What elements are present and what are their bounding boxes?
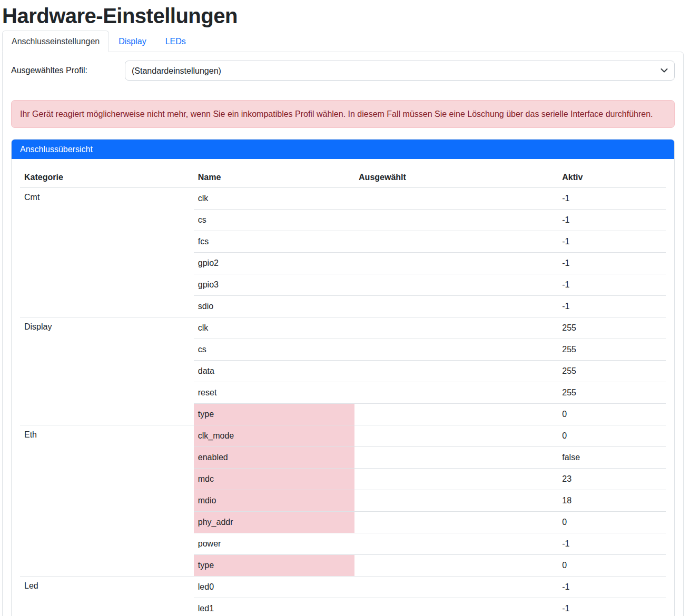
active-cell: -1 [558,231,666,253]
profile-select[interactable]: (Standardeinstellungen) [125,61,675,81]
active-cell: 18 [558,490,666,512]
name-cell: clk_mode [194,425,354,447]
page-title: Hardware-Einstellungen [2,2,684,29]
active-cell: -1 [558,188,666,210]
selected-cell [354,361,558,382]
column-header-aktiv: Aktiv [558,167,666,188]
name-cell: clk [194,188,354,210]
selected-cell [354,296,558,317]
name-cell: cs [194,210,354,231]
selected-cell [354,512,558,533]
category-cell: Display [20,317,194,425]
selected-cell [354,469,558,490]
active-cell: 255 [558,339,666,361]
profile-select-wrap: (Standardeinstellungen) [125,61,675,81]
name-cell: data [194,361,354,382]
selected-cell [354,404,558,425]
selected-cell [354,555,558,577]
name-cell: fcs [194,231,354,253]
selected-cell [354,533,558,555]
name-cell: type [194,555,354,577]
name-cell: reset [194,382,354,404]
active-cell: 255 [558,382,666,404]
selected-cell [354,339,558,361]
active-cell: 23 [558,469,666,490]
category-cell: Eth [20,425,194,577]
connection-overview-card: Anschlussübersicht Kategorie Name Ausgew… [11,139,675,616]
active-cell: -1 [558,296,666,317]
table-row: Ledled0-1 [20,577,666,598]
active-cell: -1 [558,577,666,598]
selected-cell [354,188,558,210]
tab-bar: Anschlusseinstellungen Display LEDs [2,31,684,52]
category-cell: Cmt [20,188,194,317]
tab-anschlusseinstellungen[interactable]: Anschlusseinstellungen [2,31,109,52]
active-cell: 0 [558,512,666,533]
name-cell: enabled [194,447,354,469]
selected-cell [354,253,558,274]
name-cell: led1 [194,598,354,616]
active-cell: 255 [558,317,666,339]
table-body: Cmtclk-1cs-1fcs-1gpio2-1gpio3-1sdio-1Dis… [20,188,666,616]
tab-leds[interactable]: LEDs [156,31,195,52]
name-cell: cs [194,339,354,361]
active-cell: -1 [558,210,666,231]
table-header-row: Kategorie Name Ausgewählt Aktiv [20,167,666,188]
selected-cell [354,382,558,404]
tab-content-pane: Ausgewähltes Profil: (Standardeinstellun… [2,52,684,616]
name-cell: gpio3 [194,274,354,296]
selected-cell [354,598,558,616]
name-cell: sdio [194,296,354,317]
name-cell: led0 [194,577,354,598]
table-row: Cmtclk-1 [20,188,666,210]
active-cell: 0 [558,425,666,447]
name-cell: type [194,404,354,425]
incompatible-profile-warning: Ihr Gerät reagiert möglicherweise nicht … [11,100,675,128]
active-cell: -1 [558,253,666,274]
selected-cell [354,231,558,253]
name-cell: power [194,533,354,555]
selected-cell [354,425,558,447]
category-cell: Led [20,577,194,616]
active-cell: -1 [558,598,666,616]
active-cell: 255 [558,361,666,382]
selected-cell [354,577,558,598]
name-cell: clk [194,317,354,339]
name-cell: gpio2 [194,253,354,274]
active-cell: -1 [558,533,666,555]
tab-display[interactable]: Display [109,31,155,52]
selected-cell [354,490,558,512]
card-body: Kategorie Name Ausgewählt Aktiv Cmtclk-1… [12,159,674,616]
active-cell: false [558,447,666,469]
card-header-title: Anschlussübersicht [12,140,674,159]
name-cell: phy_addr [194,512,354,533]
column-header-kategorie: Kategorie [20,167,194,188]
selected-cell [354,210,558,231]
pin-overview-table: Kategorie Name Ausgewählt Aktiv Cmtclk-1… [20,167,666,616]
table-row: Displayclk255 [20,317,666,339]
active-cell: -1 [558,274,666,296]
name-cell: mdio [194,490,354,512]
profile-label: Ausgewähltes Profil: [11,66,125,75]
name-cell: mdc [194,469,354,490]
selected-cell [354,317,558,339]
active-cell: 0 [558,555,666,577]
column-header-ausgewaehlt: Ausgewählt [354,167,558,188]
column-header-name: Name [194,167,354,188]
table-row: Ethclk_mode0 [20,425,666,447]
selected-cell [354,447,558,469]
selected-cell [354,274,558,296]
active-cell: 0 [558,404,666,425]
profile-row: Ausgewähltes Profil: (Standardeinstellun… [11,61,675,81]
